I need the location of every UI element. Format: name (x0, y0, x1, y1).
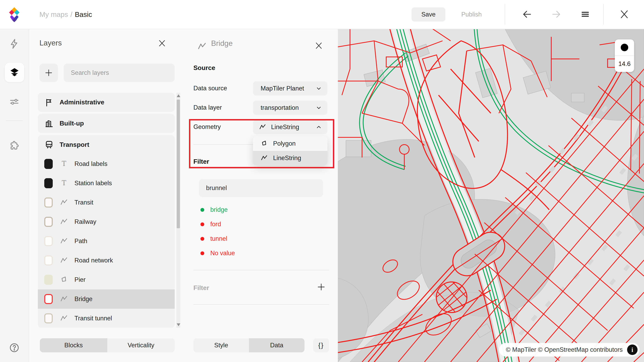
layer-row[interactable]: Bridge (38, 289, 175, 309)
publish-button[interactable]: Publish (452, 7, 491, 21)
info-icon[interactable]: i (627, 345, 638, 355)
text-icon: T (60, 159, 68, 168)
layer-label: Road labels (74, 160, 108, 168)
inspector-title: Bridge (211, 39, 233, 48)
value-dot-icon (200, 237, 204, 241)
layer-color-swatch[interactable] (44, 313, 53, 323)
layer-color-swatch[interactable] (44, 198, 53, 208)
maptiler-logo-icon[interactable] (8, 7, 20, 22)
geometry-option-polygon[interactable]: Polygon (253, 136, 328, 151)
layer-label: Path (74, 238, 87, 245)
filter-value-label: No value (210, 250, 235, 257)
flag-icon (44, 97, 54, 107)
layer-row[interactable]: Railway (38, 212, 175, 232)
scrollbar-thumb[interactable] (177, 99, 180, 228)
layer-group-label: Built-up (60, 120, 84, 127)
filter-value-row[interactable]: bridge (200, 205, 228, 214)
svg-text:T: T (62, 160, 66, 168)
layer-row[interactable]: Pier (38, 270, 175, 289)
undo-arrow-left-icon[interactable] (521, 8, 533, 20)
scroll-up-icon[interactable] (177, 94, 180, 97)
geometry-dropdown[interactable]: LineString (253, 120, 328, 134)
linestring-icon (197, 41, 207, 52)
building-icon (44, 119, 54, 128)
layer-group-row[interactable]: Built-up (38, 114, 175, 133)
menu-hamburger-icon[interactable] (579, 8, 591, 20)
value-dot-icon (200, 222, 204, 226)
value-dot-icon (200, 208, 204, 212)
tool-rail (0, 29, 29, 362)
layer-row[interactable]: Path (38, 232, 175, 251)
attribution-text: © MapTiler © OpenStreetMap contributors (506, 346, 623, 353)
layer-group-label: Administrative (60, 98, 104, 106)
breadcrumb-parent[interactable]: My maps (40, 10, 68, 18)
filter-value-row[interactable]: tunnel (200, 234, 227, 243)
filter-value-label: ford (210, 221, 221, 228)
filter-attribute-field[interactable] (199, 179, 323, 197)
layers-panel-icon[interactable] (5, 63, 24, 82)
layer-color-swatch[interactable] (44, 275, 53, 285)
layer-label: Pier (74, 276, 86, 283)
compass-icon[interactable] (615, 39, 634, 56)
layer-row[interactable]: TRoad labels (38, 154, 175, 174)
help-icon[interactable] (8, 342, 20, 354)
layer-color-swatch[interactable] (44, 178, 53, 188)
chevron-down-icon (315, 104, 322, 111)
app-window: 14.6 © MapTiler © OpenStreetMap contribu… (0, 0, 644, 362)
line-icon (60, 314, 68, 323)
close-window-icon[interactable] (618, 8, 630, 20)
layer-row[interactable]: TStation labels (38, 174, 175, 193)
sliders-icon[interactable] (8, 96, 20, 108)
map-canvas[interactable]: 14.6 © MapTiler © OpenStreetMap contribu… (338, 29, 644, 362)
search-layers-input[interactable] (64, 63, 175, 82)
tab-verticality[interactable]: Verticality (107, 338, 175, 352)
data-source-label: Data source (194, 85, 227, 92)
layer-card: Administrative (38, 93, 175, 112)
zoom-level-readout: 14.6 (615, 56, 634, 72)
close-layers-panel-icon[interactable] (156, 37, 168, 50)
scroll-down-icon[interactable] (177, 323, 180, 326)
layer-color-swatch[interactable] (44, 294, 53, 304)
geometry-option-label: LineString (273, 154, 301, 162)
data-layer-label: Data layer (194, 104, 222, 111)
tab-blocks[interactable]: Blocks (40, 338, 107, 352)
data-layer-value: transportation (260, 104, 299, 111)
data-layer-dropdown[interactable]: transportation (253, 100, 328, 115)
layer-label: Railway (74, 218, 96, 225)
geometry-menu: PolygonLineString (253, 136, 328, 165)
layer-color-swatch[interactable] (44, 236, 53, 246)
line-icon (60, 256, 68, 265)
layer-row[interactable]: Road network (38, 251, 175, 270)
bus-icon (44, 140, 54, 149)
redo-arrow-right-icon[interactable] (550, 8, 562, 20)
section-divider (194, 270, 329, 270)
layer-color-swatch[interactable] (44, 255, 53, 266)
geometry-option-label: Polygon (273, 140, 296, 147)
tab-data[interactable]: Data (249, 338, 304, 352)
add-filter-plus-icon[interactable] (315, 281, 328, 293)
rail-divider (6, 121, 23, 121)
save-button[interactable]: Save (412, 7, 445, 21)
layer-group-row[interactable]: Transport (38, 135, 175, 154)
layer-group-label: Transport (60, 141, 89, 148)
data-source-dropdown[interactable]: MapTiler Planet (253, 81, 328, 95)
layers-scrollbar[interactable] (176, 93, 180, 328)
breadcrumb: My maps / Basic (40, 0, 92, 29)
close-inspector-icon[interactable] (312, 39, 325, 52)
tab-style[interactable]: Style (194, 338, 249, 352)
geometry-value: LineString (271, 123, 299, 131)
filter-value-row[interactable]: ford (200, 220, 221, 229)
filter-value-label: bridge (210, 206, 228, 213)
puzzle-icon[interactable] (8, 140, 20, 152)
lightning-icon[interactable] (8, 38, 20, 50)
json-editor-button[interactable]: {} (313, 338, 329, 352)
geometry-option-linestring[interactable]: LineString (253, 151, 328, 165)
layer-color-swatch[interactable] (44, 159, 53, 169)
layer-row[interactable]: Transit (38, 193, 175, 212)
add-layer-button[interactable] (40, 63, 58, 82)
data-source-value: MapTiler Planet (260, 85, 304, 92)
layer-color-swatch[interactable] (44, 217, 53, 227)
filter-value-row[interactable]: No value (200, 249, 235, 258)
layer-group-row[interactable]: Administrative (38, 93, 175, 112)
layer-row[interactable]: Transit tunnel (38, 309, 175, 328)
